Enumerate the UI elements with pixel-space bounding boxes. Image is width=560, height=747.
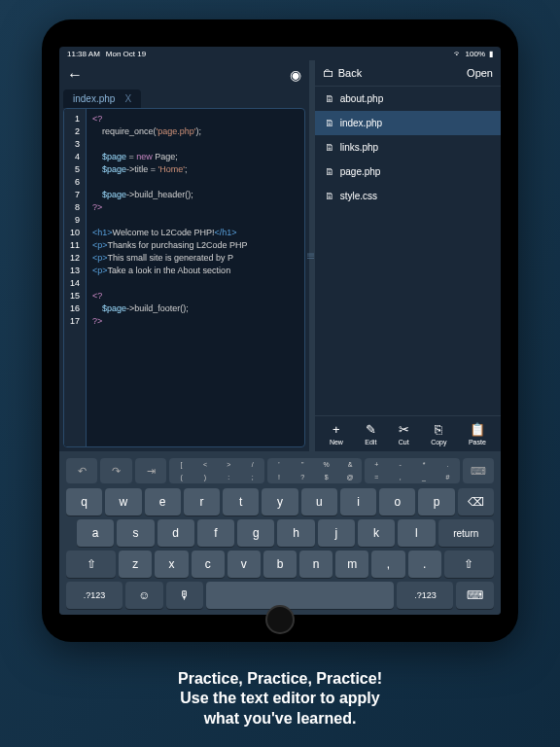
paste-icon: 📋 (470, 422, 485, 437)
copy-icon: ⎘ (435, 422, 442, 437)
editor-tab[interactable]: index.php X (63, 89, 141, 108)
key-p[interactable]: p (418, 488, 454, 516)
mic-key[interactable]: 🎙 (166, 582, 204, 609)
key-t[interactable]: t (223, 488, 259, 516)
file-icon: 🗎 (325, 191, 334, 201)
file-item-index[interactable]: 🗎index.php (315, 111, 501, 135)
battery-icon: ▮ (489, 50, 493, 58)
battery-percent: 100% (466, 50, 485, 58)
keyboard: ↶ ↷ ⇥ [<>/():; '"%&!?$@ +-*.=,_# ⌨ q w e… (59, 451, 501, 615)
file-icon: 🗎 (325, 118, 334, 128)
key-h[interactable]: h (277, 519, 314, 547)
key-f[interactable]: f (197, 519, 234, 547)
backspace-key[interactable]: ⌫ (458, 488, 494, 516)
key-n[interactable]: n (299, 551, 332, 578)
key-s[interactable]: s (117, 519, 154, 547)
file-browser-panel: 🗀 Back Open 🗎about.php 🗎index.php 🗎links… (315, 60, 501, 451)
key-comma[interactable]: , (371, 551, 404, 578)
key-y[interactable]: y (262, 488, 298, 516)
code-content[interactable]: <? require_once('page.php'); $page = new… (87, 109, 254, 446)
plus-icon: + (332, 422, 340, 437)
key-c[interactable]: c (192, 551, 225, 578)
numkey-left[interactable]: .?123 (66, 582, 122, 609)
file-item-about[interactable]: 🗎about.php (315, 87, 501, 111)
key-a[interactable]: a (77, 519, 114, 547)
symbol-group-1[interactable]: [<>/():; (169, 458, 263, 483)
screen: 11:38 AM Mon Oct 19 ᯤ 100% ▮ ← ◉ ind (59, 47, 501, 615)
shift-key[interactable]: ⇧ (66, 551, 116, 578)
copy-button[interactable]: ⎘Copy (431, 422, 446, 445)
file-item-links[interactable]: 🗎links.php (315, 135, 501, 160)
key-j[interactable]: j (318, 519, 355, 547)
key-q[interactable]: q (66, 488, 102, 516)
status-date: Mon Oct 19 (106, 50, 146, 58)
dismiss-keyboard-key[interactable]: ⌨ (456, 582, 494, 609)
preview-eye-icon[interactable]: ◉ (290, 67, 301, 83)
folder-icon: 🗀 (323, 66, 334, 80)
key-z[interactable]: z (119, 551, 152, 578)
key-g[interactable]: g (237, 519, 274, 547)
line-numbers: 1234567891011121314151617 (64, 109, 87, 446)
file-back-button[interactable]: 🗀 Back (323, 66, 362, 80)
tab-filename: index.php (73, 93, 115, 104)
key-o[interactable]: o (379, 488, 415, 516)
marketing-caption: Practice, Practice, Practice! Use the te… (0, 669, 560, 729)
key-l[interactable]: l (398, 519, 435, 547)
redo-key[interactable]: ↷ (100, 458, 131, 483)
file-toolbar: +New ✎Edit ✂Cut ⎘Copy 📋Paste (315, 415, 501, 451)
status-bar: 11:38 AM Mon Oct 19 ᯤ 100% ▮ (59, 47, 501, 60)
numkey-right[interactable]: .?123 (397, 582, 453, 609)
key-r[interactable]: r (184, 488, 220, 516)
file-item-page[interactable]: 🗎page.php (315, 160, 501, 184)
shift-key-right[interactable]: ⇧ (444, 551, 494, 578)
edit-button[interactable]: ✎Edit (365, 422, 376, 445)
key-b[interactable]: b (263, 551, 297, 578)
file-icon: 🗎 (325, 142, 334, 153)
code-editor[interactable]: 1234567891011121314151617 <? require_onc… (63, 108, 305, 447)
status-time: 11:38 AM (67, 50, 100, 58)
new-button[interactable]: +New (330, 422, 343, 445)
key-x[interactable]: x (155, 551, 188, 578)
key-m[interactable]: m (335, 551, 368, 578)
editor-panel: ← ◉ index.php X 123456789101112131415161… (59, 60, 309, 451)
hide-keyboard-key[interactable]: ⌨ (463, 458, 494, 483)
return-key[interactable]: return (438, 519, 494, 547)
pencil-icon: ✎ (366, 422, 376, 437)
file-list: 🗎about.php 🗎index.php 🗎links.php 🗎page.p… (315, 87, 501, 415)
key-e[interactable]: e (145, 488, 181, 516)
tab-close-icon[interactable]: X (124, 93, 131, 104)
file-icon: 🗎 (325, 93, 334, 104)
symbol-group-3[interactable]: +-*.=,_# (365, 458, 459, 483)
key-k[interactable]: k (358, 519, 395, 547)
key-period[interactable]: . (408, 551, 441, 578)
key-w[interactable]: w (105, 488, 141, 516)
paste-button[interactable]: 📋Paste (469, 422, 486, 445)
emoji-key[interactable]: ☺ (125, 582, 163, 609)
key-i[interactable]: i (340, 488, 376, 516)
undo-key[interactable]: ↶ (66, 458, 97, 483)
wifi-icon: ᯤ (454, 50, 462, 58)
file-icon: 🗎 (325, 166, 334, 177)
key-u[interactable]: u (301, 488, 337, 516)
key-v[interactable]: v (228, 551, 261, 578)
tab-key[interactable]: ⇥ (135, 458, 166, 483)
space-key[interactable] (206, 582, 394, 609)
key-d[interactable]: d (158, 519, 194, 547)
home-button[interactable] (265, 605, 295, 634)
ipad-frame: 11:38 AM Mon Oct 19 ᯤ 100% ▮ ← ◉ ind (42, 19, 518, 642)
cut-button[interactable]: ✂Cut (399, 422, 409, 445)
symbol-group-2[interactable]: '"%&!?$@ (267, 458, 362, 483)
scissors-icon: ✂ (399, 422, 409, 437)
file-item-style[interactable]: 🗎style.css (315, 184, 501, 208)
open-button[interactable]: Open (467, 67, 493, 79)
back-arrow-icon[interactable]: ← (67, 66, 83, 84)
